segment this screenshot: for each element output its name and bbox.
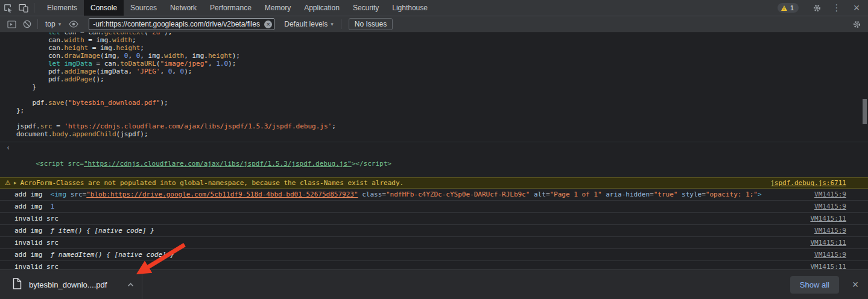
- code-token: aria-hidden: [602, 190, 650, 198]
- warning-source-link[interactable]: jspdf.debug.js:6711: [770, 179, 846, 187]
- log-message: add img 1: [14, 203, 807, 211]
- console-log-row: add img 1VM1415:9: [0, 201, 868, 213]
- console-source-link[interactable]: VM1415:11: [810, 215, 846, 223]
- code-token: =: [650, 190, 654, 198]
- code-token: (jspdf);: [116, 130, 148, 138]
- log-levels-dropdown[interactable]: Default levels ▾: [279, 20, 338, 28]
- code-token: height: [208, 52, 232, 60]
- code-token: =: [546, 190, 550, 198]
- clear-filter-icon[interactable]: ×: [264, 20, 272, 28]
- download-item[interactable]: bytesbin_downlo....pdf: [0, 270, 142, 299]
- code-token: src=: [68, 160, 84, 168]
- close-download-bar-icon[interactable]: ×: [847, 277, 863, 292]
- code-token: "blob:https://drive.google.com/5cb11df9-…: [86, 190, 358, 198]
- code-token: >: [758, 190, 762, 198]
- scrollbar-thumb[interactable]: [863, 99, 867, 124]
- tab-sources[interactable]: Sources: [124, 0, 163, 16]
- clear-console-icon[interactable]: [19, 16, 35, 32]
- log-message: add img <img src="blob:https://drive.goo…: [14, 190, 807, 199]
- code-token: can.: [16, 44, 64, 52]
- code-token: =: [52, 122, 65, 130]
- download-filename: bytesbin_downlo....pdf: [29, 280, 116, 289]
- download-bar: bytesbin_downlo....pdf Show all ×: [0, 269, 868, 299]
- toolbar-divider: [37, 19, 38, 29]
- console-rows: add img <img src="blob:https://drive.goo…: [0, 189, 868, 269]
- code-token: addImage: [64, 68, 96, 75]
- issues-button[interactable]: No Issues: [349, 18, 393, 30]
- code-token: con.: [16, 52, 64, 60]
- code-token: can.: [16, 36, 64, 44]
- code-token: ;: [332, 122, 336, 130]
- code-token: 1.0: [216, 60, 228, 68]
- tab-performance[interactable]: Performance: [203, 0, 258, 16]
- console-sidebar-icon[interactable]: [4, 16, 19, 32]
- console-code-line: pdf.addImage(imgData, 'JPEG', 0, 0);: [16, 68, 868, 75]
- code-token: appendChild: [72, 130, 116, 138]
- console-code-line: jspdf.src = 'https://cdnjs.cloudflare.co…: [16, 122, 868, 130]
- chevron-down-icon: ▾: [331, 21, 334, 27]
- console-settings-gear-icon[interactable]: [849, 16, 864, 32]
- code-token: 1: [51, 203, 55, 210]
- code-token: 'JPEG': [136, 68, 160, 75]
- code-token: let: [48, 60, 60, 68]
- code-token: invalid src: [14, 239, 59, 247]
- code-token: ,: [128, 52, 136, 60]
- code-token: <img: [51, 190, 71, 198]
- settings-gear-icon[interactable]: [809, 0, 825, 16]
- code-token: = img.: [88, 44, 116, 52]
- code-token: add img: [14, 227, 51, 234]
- code-token: ();: [92, 75, 104, 83]
- tab-network[interactable]: Network: [163, 0, 203, 16]
- tab-security[interactable]: Security: [346, 0, 385, 16]
- code-token: }: [16, 83, 36, 91]
- expand-caret-icon[interactable]: ▸: [14, 179, 17, 187]
- context-selector[interactable]: top ▾: [40, 20, 66, 28]
- device-toolbar-icon[interactable]: [16, 0, 31, 16]
- console-source-link[interactable]: VM1415:9: [814, 227, 846, 235]
- code-token: addPage: [64, 75, 92, 83]
- tab-lighthouse[interactable]: Lighthouse: [385, 0, 434, 16]
- code-token: toDataURL: [120, 60, 156, 68]
- console-source-link[interactable]: VM1415:9: [814, 190, 846, 199]
- code-token: add img: [14, 251, 51, 259]
- code-token: [16, 60, 48, 68]
- toolbar-divider: [341, 19, 341, 29]
- code-token: (imgData,: [96, 68, 136, 75]
- code-token: "https://cdnjs.cloudflare.com/ajax/libs/…: [84, 160, 352, 168]
- inspect-element-icon[interactable]: [0, 0, 16, 16]
- live-expression-eye-icon[interactable]: [66, 16, 81, 32]
- console-source-link[interactable]: VM1415:11: [810, 263, 846, 269]
- code-token: ,: [172, 68, 180, 75]
- console-source-link[interactable]: VM1415:11: [810, 239, 846, 247]
- chevron-down-icon: ▾: [59, 21, 62, 27]
- tab-application[interactable]: Application: [297, 0, 346, 16]
- code-token: invalid src: [14, 215, 59, 222]
- code-token: "opacity: 1;": [706, 190, 758, 198]
- console-code-line: pdf.addPage();: [16, 75, 868, 83]
- code-token: height: [64, 44, 88, 52]
- close-devtools-icon[interactable]: ×: [849, 0, 864, 16]
- tab-memory[interactable]: Memory: [258, 0, 297, 16]
- log-message: add img ƒ item() { [native code] }: [14, 227, 807, 235]
- code-token: height: [116, 44, 141, 52]
- code-token: (img,: [100, 52, 124, 60]
- console-source-link[interactable]: VM1415:9: [814, 203, 846, 211]
- console-source-link[interactable]: VM1415:9: [814, 251, 846, 259]
- more-options-icon[interactable]: ⋮: [829, 0, 844, 16]
- console-code-line: };: [16, 107, 868, 115]
- log-levels-label: Default levels: [284, 20, 328, 28]
- show-all-button[interactable]: Show all: [790, 276, 839, 294]
- tab-elements[interactable]: Elements: [40, 0, 84, 16]
- tabbar-right-controls: 1 ⋮ ×: [778, 0, 868, 16]
- filter-input[interactable]: [89, 19, 274, 30]
- warnings-badge[interactable]: 1: [778, 3, 799, 13]
- download-menu-chevron-icon[interactable]: [124, 278, 137, 291]
- code-token: imgData: [64, 60, 92, 68]
- console-log-row: invalid srcVM1415:11: [0, 261, 868, 269]
- code-token: alt: [530, 190, 546, 198]
- tab-console[interactable]: Console: [84, 0, 124, 16]
- warning-message: AcroForm-Classes are not populated into …: [20, 179, 770, 187]
- console-log-row: invalid srcVM1415:11: [0, 237, 868, 249]
- pdf-file-icon: [13, 278, 22, 292]
- context-label: top: [45, 20, 55, 28]
